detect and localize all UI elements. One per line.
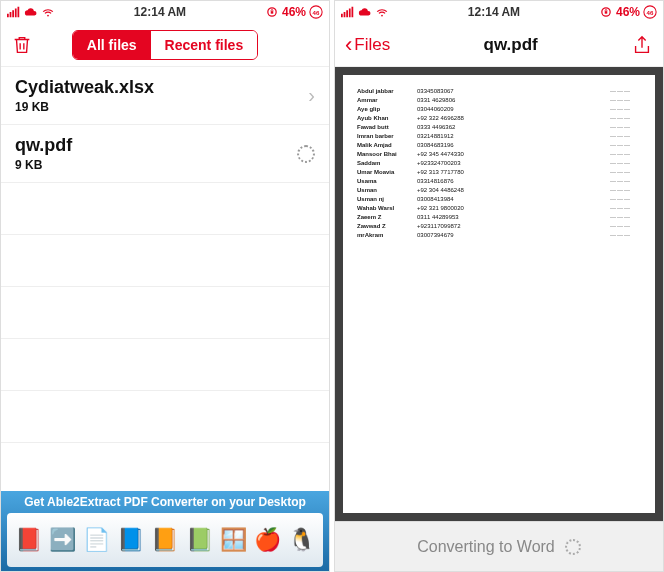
nav-bar: All files Recent files [1,23,329,67]
file-name: qw.pdf [15,135,72,156]
document-row: Usman+92 304 4486248——— [357,186,641,195]
svg-rect-4 [18,7,20,18]
battery-icon: 46 [643,5,657,19]
document-row: Zaeem Z0311 44289953——— [357,213,641,222]
trash-icon[interactable] [11,34,33,56]
loading-spinner-icon [297,145,315,163]
svg-text:46: 46 [313,9,320,16]
screen-document-preview: 12:14 AM 46% 46 ‹ Files qw.pdf Abdul jab… [334,0,664,572]
svg-rect-10 [344,12,346,17]
file-row[interactable]: Cydiatweak.xlsx 19 KB › [1,67,329,125]
svg-rect-11 [346,10,348,17]
promo-text: Get Able2Extract PDF Converter on your D… [7,495,323,509]
file-row[interactable]: qw.pdf 9 KB [1,125,329,183]
doc-icon: 📘 [117,527,144,553]
document-row: Ayub Khan+92 322 4696288——— [357,114,641,123]
svg-rect-12 [349,9,351,18]
document-row: Ammar0331 4629806——— [357,96,641,105]
empty-row [1,339,329,391]
status-bar: 12:14 AM 46% 46 [335,1,663,23]
svg-rect-9 [341,14,343,18]
lock-icon [599,5,613,19]
segmented-control: All files Recent files [72,30,258,60]
doc-icon: 📗 [186,527,213,553]
battery-percent: 46% [616,5,640,19]
tab-recent-files[interactable]: Recent files [151,31,258,59]
file-list: Cydiatweak.xlsx 19 KB › qw.pdf 9 KB [1,67,329,491]
cloud-icon [358,5,372,19]
doc-icon: 📙 [151,527,178,553]
document-viewport[interactable]: Abdul jabbar03345083067———Ammar0331 4629… [335,67,663,521]
nav-bar: ‹ Files qw.pdf [335,23,663,67]
document-row: Imran barber03214881912——— [357,132,641,141]
document-row: mrAkram03007394679——— [357,231,641,240]
svg-rect-3 [15,9,17,18]
signal-icon [7,5,21,19]
file-size: 9 KB [15,158,72,172]
document-page: Abdul jabbar03345083067———Ammar0331 4629… [343,75,655,513]
document-row: Wahab Warsl+92 321 9800020——— [357,204,641,213]
wifi-icon [375,5,389,19]
status-time: 12:14 AM [134,5,186,19]
document-row: Usman nj03008413984——— [357,195,641,204]
file-name: Cydiatweak.xlsx [15,77,154,98]
cloud-icon [24,5,38,19]
empty-row [1,391,329,443]
doc-icon: 📄 [83,527,110,553]
svg-rect-13 [352,7,354,18]
svg-rect-2 [12,10,14,17]
chevron-right-icon: › [308,84,315,107]
empty-row [1,183,329,235]
lock-icon [265,5,279,19]
document-row: Zawwad Z+923117099872——— [357,222,641,231]
document-row: Abdul jabbar03345083067——— [357,87,641,96]
empty-row [1,235,329,287]
share-icon[interactable] [631,34,653,56]
document-row: Umar Moavia+92 313 7717780——— [357,168,641,177]
document-row: Usama03314816876——— [357,177,641,186]
screen-file-list: 12:14 AM 46% 46 All files Recent files C… [0,0,330,572]
chevron-left-icon: ‹ [345,32,352,58]
document-row: Saddam+923324700203——— [357,159,641,168]
document-row: Aye glip03044060209——— [357,105,641,114]
document-row: Mansoor Bhai+92 345 4474330——— [357,150,641,159]
svg-text:46: 46 [647,9,654,16]
document-row: Malik Amjad03084683196——— [357,141,641,150]
wifi-icon [41,5,55,19]
svg-rect-0 [7,14,9,18]
file-size: 19 KB [15,100,154,114]
signal-icon [341,5,355,19]
tab-all-files[interactable]: All files [73,31,151,59]
convert-status-bar: Converting to Word [335,521,663,571]
apple-icon: 🍎 [254,527,281,553]
status-time: 12:14 AM [468,5,520,19]
svg-rect-6 [271,11,274,14]
empty-row [1,287,329,339]
pdf-icon: 📕 [15,527,42,553]
converting-label: Converting to Word [417,538,555,556]
page-title: qw.pdf [484,35,538,55]
promo-banner[interactable]: Get Able2Extract PDF Converter on your D… [1,491,329,571]
battery-icon: 46 [309,5,323,19]
svg-rect-15 [605,11,608,14]
back-label: Files [354,35,390,55]
back-button[interactable]: ‹ Files [345,32,390,58]
battery-percent: 46% [282,5,306,19]
document-row: Fawad butt0333 4496362——— [357,123,641,132]
svg-rect-1 [10,12,12,17]
arrow-icon: ➡️ [49,527,76,553]
linux-icon: 🐧 [288,527,315,553]
loading-spinner-icon [565,539,581,555]
windows-icon: 🪟 [220,527,247,553]
status-bar: 12:14 AM 46% 46 [1,1,329,23]
promo-icons: 📕 ➡️ 📄 📘 📙 📗 🪟 🍎 🐧 [7,513,323,567]
